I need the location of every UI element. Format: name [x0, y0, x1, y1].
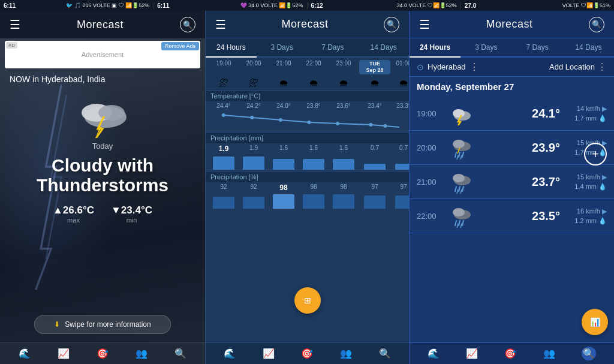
hourly-item-2000: 20:00 23.9°	[410, 131, 614, 165]
svg-point-9	[383, 124, 387, 128]
hourly-temp-3: 23.7°	[479, 175, 560, 189]
weather-icon-large	[73, 90, 133, 138]
temp-range: ▲26.6°C max ▼23.4°C min	[53, 204, 152, 224]
precip-pct-row: 92 92 98 98 98 97 97 9	[206, 182, 409, 193]
hourly-list: 19:00 24.1° 14 km/h▶ 1.7 mm💧	[410, 97, 614, 342]
precip-pct-section-label: Precipitation [%]	[206, 171, 409, 182]
nav-weather-icon[interactable]: 🌊	[19, 348, 31, 359]
hourly-temp: 24.1°	[479, 107, 560, 121]
hamburger-icon-3[interactable]: ☰	[419, 17, 430, 32]
svg-line-16	[462, 152, 463, 157]
svg-line-18	[460, 155, 462, 160]
ad-label: Advertisement	[82, 51, 124, 58]
search-icon-3[interactable]: 🔍	[589, 17, 604, 32]
hamburger-icon-2[interactable]: ☰	[215, 17, 226, 32]
nav-chart-icon[interactable]: 📈	[58, 348, 70, 359]
svg-point-27	[453, 208, 465, 216]
max-temp: ▲26.6°C max	[53, 204, 94, 224]
location-dot-icon: ⊙	[417, 62, 424, 72]
location-name: Hyderabad	[428, 62, 466, 71]
ad-banner: Advertisement Remove Ads AD	[5, 41, 200, 68]
svg-point-4	[250, 116, 254, 119]
app-header-1: ☰ Morecast 🔍	[0, 11, 205, 38]
svg-point-6	[308, 121, 311, 124]
tab-3d-2[interactable]: 3 Days	[257, 38, 308, 56]
status-time-4: 27.0	[465, 2, 476, 9]
swipe-bar[interactable]: ⬇ Swipe for more information	[34, 315, 170, 334]
svg-line-17	[457, 155, 458, 160]
nav-radar-icon-2[interactable]: 🎯	[301, 348, 313, 359]
location-label: NOW in Hyderabad, India	[10, 74, 106, 84]
status-time-1: 6:11	[4, 2, 16, 9]
hourly-weather-icon-3	[448, 170, 474, 194]
add-button-3[interactable]: +	[584, 143, 607, 166]
tab-24h-2[interactable]: 24 Hours	[206, 38, 257, 58]
nav-people-icon[interactable]: 👥	[136, 348, 148, 359]
nav-weather-icon-2[interactable]: 🌊	[224, 348, 236, 359]
tab-24h-3[interactable]: 24 Hours	[410, 38, 460, 58]
nav-search-icon-3[interactable]: 🔍	[582, 347, 596, 360]
time-tabs-3: 24 Hours 3 Days 7 Days 14 Days	[410, 38, 614, 58]
nav-chart-icon-3[interactable]: 📈	[466, 348, 478, 359]
precip-bars-area	[206, 154, 409, 171]
hourly-item-1900: 19:00 24.1° 14 km/h▶ 1.7 mm💧	[410, 97, 614, 131]
svg-line-14	[455, 152, 456, 157]
hamburger-icon[interactable]: ☰	[10, 17, 20, 32]
add-location-button[interactable]: Add Location	[549, 62, 595, 71]
svg-line-21	[455, 186, 456, 191]
tab-7d-3[interactable]: 7 Days	[512, 38, 563, 56]
weather-icons-row-2: ⛈ ⛈ 🌧 🌧 🌧 🌧 🌧 🌧	[206, 77, 409, 90]
nav-weather-icon-3[interactable]: 🌊	[428, 348, 440, 359]
status-icons-4: VOLTE 🛡📶🔋51%	[562, 2, 610, 8]
nav-people-icon-2[interactable]: 👥	[340, 348, 352, 359]
svg-point-7	[336, 122, 339, 125]
tab-14d-3[interactable]: 14 Days	[563, 38, 614, 56]
time-tabs-2: 24 Hours 3 Days 7 Days 14 Days	[206, 38, 409, 58]
hourly-temp-2: 23.9°	[479, 141, 560, 155]
svg-point-5	[279, 118, 282, 122]
nav-search-icon-2[interactable]: 🔍	[379, 348, 391, 359]
svg-point-20	[453, 174, 465, 182]
precip-pct-bars-area	[206, 193, 409, 210]
location-bar: ⊙ Hyderabad ⋮ Add Location ⋮	[410, 58, 614, 77]
svg-point-13	[453, 140, 465, 148]
app-title-2: Morecast	[281, 18, 328, 31]
day-label: Today	[92, 142, 113, 151]
hourly-weather-icon	[448, 101, 474, 125]
search-icon-2[interactable]: 🔍	[384, 17, 399, 32]
remove-ads-button[interactable]: Remove Ads	[161, 42, 199, 50]
location-more-icon[interactable]: ⋮	[469, 61, 479, 73]
svg-line-15	[459, 152, 460, 157]
temp-chart-area	[206, 110, 409, 132]
tab-7d-2[interactable]: 7 Days	[308, 38, 359, 56]
orange-fab-3[interactable]: 📊	[582, 309, 608, 335]
svg-line-25	[460, 189, 462, 194]
hourly-time-4: 22:00	[417, 212, 443, 221]
time-labels-row: 19:00 20:00 21:00 22:00 23:00 TUESep 28 …	[206, 58, 409, 77]
bottom-nav-1: 🌊 📈 🎯 👥 🔍	[0, 342, 205, 364]
orange-fab-2[interactable]: ⊞	[294, 287, 321, 314]
app-title-1: Morecast	[77, 19, 124, 31]
hourly-weather-icon-4	[448, 204, 474, 228]
svg-point-8	[369, 123, 373, 127]
add-location-more-icon[interactable]: ⋮	[597, 61, 607, 73]
nav-search-icon[interactable]: 🔍	[174, 348, 186, 359]
nav-radar-icon-3[interactable]: 🎯	[504, 348, 516, 359]
hourly-details-4: 16 km/h▶ 1.2 mm💧	[565, 207, 607, 225]
svg-line-28	[455, 221, 456, 225]
search-icon-1[interactable]: 🔍	[180, 17, 195, 32]
status-time-2: 6:11	[157, 2, 169, 9]
tab-14d-2[interactable]: 14 Days	[358, 38, 409, 56]
svg-line-22	[459, 186, 460, 191]
tab-3d-3[interactable]: 3 Days	[460, 38, 511, 56]
nav-radar-icon[interactable]: 🎯	[97, 348, 109, 359]
svg-point-3	[222, 113, 225, 117]
bottom-nav-3: 🌊 📈 🎯 👥 🔍	[410, 342, 614, 364]
hourly-time-3: 21:00	[417, 178, 443, 186]
app-title-3: Morecast	[486, 18, 532, 31]
bottom-nav-2: 🌊 📈 🎯 👥 🔍	[206, 342, 409, 364]
nav-people-icon-3[interactable]: 👥	[543, 348, 555, 359]
nav-chart-icon-2[interactable]: 📈	[263, 348, 275, 359]
svg-line-24	[457, 189, 458, 194]
date-header: Monday, September 27	[410, 77, 614, 97]
